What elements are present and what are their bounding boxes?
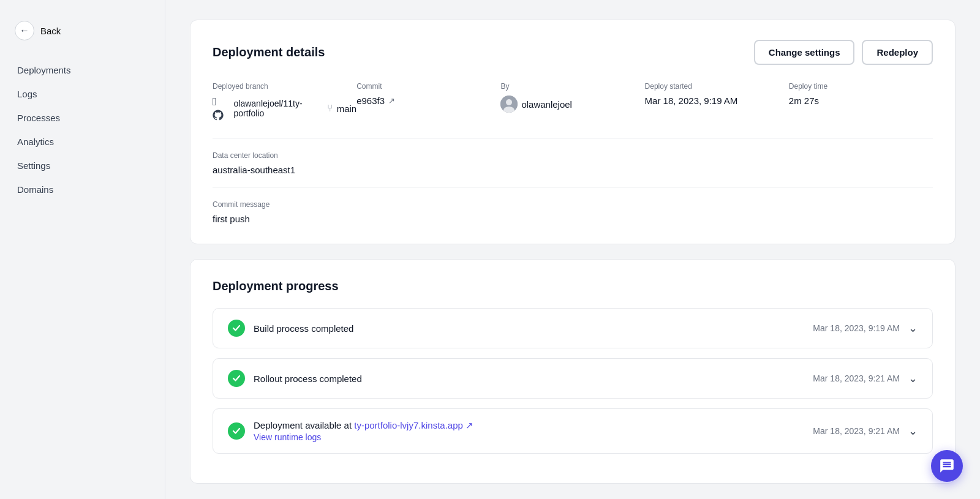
available-progress-right: Mar 18, 2023, 9:21 AM ⌄ <box>813 424 918 438</box>
deployed-branch-label: Deployed branch <box>213 82 356 91</box>
data-center-label: Data center location <box>213 151 933 160</box>
sidebar-item-settings[interactable]: Settings <box>7 154 157 177</box>
data-center-section: Data center location australia-southeast… <box>213 151 933 175</box>
by-value: olawanlejoel <box>500 96 644 113</box>
external-link-icon[interactable]: ↗ <box>388 96 395 105</box>
deployed-branch-value:  olawanlejoel/11ty-portfolio ⑂ main <box>213 96 356 121</box>
rollout-progress-left: Rollout process completed <box>228 370 362 387</box>
build-progress-item: Build process completed Mar 18, 2023, 9:… <box>213 308 933 348</box>
available-check-icon <box>228 422 245 440</box>
deploy-started-value: Mar 18, 2023, 9:19 AM <box>645 96 789 106</box>
by-col: By olawanlejoel <box>500 82 644 121</box>
card-title: Deployment details <box>213 45 325 59</box>
branch-separator-icon: ⑂ <box>327 103 333 114</box>
divider <box>213 138 933 139</box>
available-label: Deployment available at ty-portfolio-lvj… <box>254 420 473 431</box>
available-chevron-icon[interactable]: ⌄ <box>908 424 918 438</box>
build-timestamp: Mar 18, 2023, 9:19 AM <box>813 323 900 333</box>
sidebar-item-label: Domains <box>17 184 53 195</box>
commit-col: Commit e963f3 ↗ <box>356 82 500 121</box>
sidebar-item-label: Settings <box>17 160 50 171</box>
deploy-time-value: 2m 27s <box>789 96 933 106</box>
view-runtime-logs-link[interactable]: View runtime logs <box>254 432 473 442</box>
build-label: Build process completed <box>254 323 353 334</box>
commit-label: Commit <box>356 82 500 91</box>
card-header: Deployment details Change settings Redep… <box>213 40 933 65</box>
commit-message-label: Commit message <box>213 200 933 209</box>
deploy-started-label: Deploy started <box>645 82 789 91</box>
commit-value: e963f3 ↗ <box>356 96 500 106</box>
sidebar-item-label: Analytics <box>17 137 54 147</box>
sidebar-item-processes[interactable]: Processes <box>7 107 157 129</box>
repo-name: olawanlejoel/11ty-portfolio <box>234 99 323 118</box>
sidebar-item-deployments[interactable]: Deployments <box>7 59 157 81</box>
rollout-progress-item: Rollout process completed Mar 18, 2023, … <box>213 358 933 399</box>
deploy-time-label: Deploy time <box>789 82 933 91</box>
available-progress-left: Deployment available at ty-portfolio-lvj… <box>228 420 473 442</box>
back-button[interactable]: ← Back <box>0 15 165 47</box>
sidebar-item-domains[interactable]: Domains <box>7 178 157 201</box>
build-progress-right: Mar 18, 2023, 9:19 AM ⌄ <box>813 321 918 335</box>
deploy-time-col: Deploy time 2m 27s <box>789 82 933 121</box>
main-content: Deployment details Change settings Redep… <box>165 0 980 499</box>
change-settings-button[interactable]: Change settings <box>754 40 855 65</box>
redeploy-button[interactable]: Redeploy <box>862 40 933 65</box>
sidebar-item-label: Logs <box>17 89 37 99</box>
deploy-started-col: Deploy started Mar 18, 2023, 9:19 AM <box>645 82 789 121</box>
deployment-url-link[interactable]: ty-portfolio-lvjy7.kinsta.app ↗ <box>354 420 473 430</box>
rollout-progress-right: Mar 18, 2023, 9:21 AM ⌄ <box>813 372 918 385</box>
available-text-block: Deployment available at ty-portfolio-lvj… <box>254 420 473 442</box>
sidebar-item-analytics[interactable]: Analytics <box>7 130 157 153</box>
data-center-value: australia-southeast1 <box>213 165 933 175</box>
back-label: Back <box>40 26 61 36</box>
rollout-label: Rollout process completed <box>254 373 362 384</box>
rollout-chevron-icon[interactable]: ⌄ <box>908 372 918 385</box>
divider2 <box>213 187 933 188</box>
build-check-icon <box>228 320 245 337</box>
available-progress-item: Deployment available at ty-portfolio-lvj… <box>213 408 933 454</box>
details-grid: Deployed branch  olawanlejoel/11ty-port… <box>213 82 933 121</box>
rollout-check-icon <box>228 370 245 387</box>
header-actions: Change settings Redeploy <box>754 40 933 65</box>
by-label: By <box>500 82 644 91</box>
progress-card-title: Deployment progress <box>213 279 933 293</box>
back-arrow-icon: ← <box>15 21 34 40</box>
commit-message-value: first push <box>213 214 933 224</box>
build-progress-left: Build process completed <box>228 320 353 337</box>
sidebar-item-label: Processes <box>17 113 60 123</box>
sidebar-item-logs[interactable]: Logs <box>7 83 157 105</box>
deployment-details-card: Deployment details Change settings Redep… <box>190 20 956 244</box>
user-avatar <box>500 96 518 113</box>
sidebar-nav: Deployments Logs Processes Analytics Set… <box>0 59 165 201</box>
sidebar-item-label: Deployments <box>17 65 71 75</box>
user-name: olawanlejoel <box>521 99 572 110</box>
commit-message-section: Commit message first push <box>213 200 933 224</box>
available-timestamp: Mar 18, 2023, 9:21 AM <box>813 426 900 436</box>
rollout-timestamp: Mar 18, 2023, 9:21 AM <box>813 373 900 383</box>
chat-button[interactable] <box>931 450 963 482</box>
sidebar: ← Back Deployments Logs Processes Analyt… <box>0 0 165 499</box>
build-chevron-icon[interactable]: ⌄ <box>908 321 918 335</box>
svg-point-1 <box>506 99 512 105</box>
github-icon:  <box>213 96 230 121</box>
commit-hash: e963f3 <box>356 96 385 106</box>
branch-name: main <box>337 103 357 114</box>
deployment-progress-card: Deployment progress Build process comple… <box>190 259 956 484</box>
deployed-branch-col: Deployed branch  olawanlejoel/11ty-port… <box>213 82 356 121</box>
